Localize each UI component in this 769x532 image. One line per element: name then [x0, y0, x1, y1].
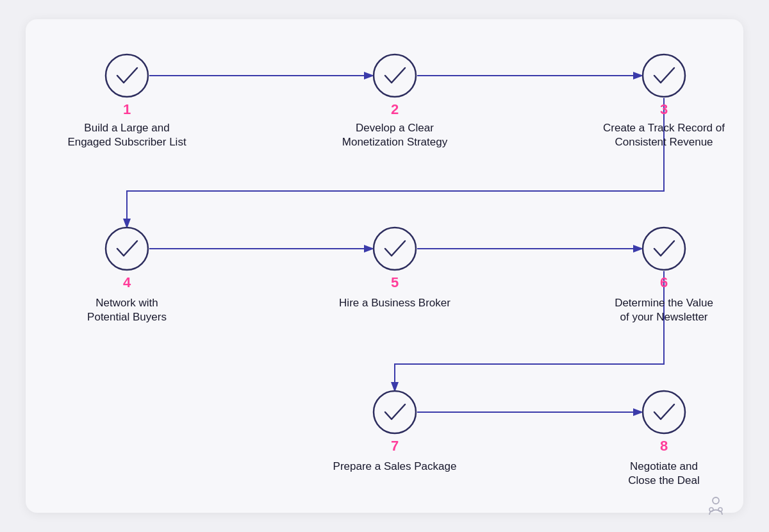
step-4-label-1: Network with [95, 297, 158, 309]
step-3-number: 3 [660, 101, 668, 117]
step-8-number: 8 [660, 438, 668, 454]
step-5-number: 5 [391, 274, 399, 290]
step-1-number: 1 [123, 101, 131, 117]
connector-6-7 [395, 271, 664, 390]
step-2-label-1: Develop a Clear [356, 122, 434, 134]
step-5-label-1: Hire a Business Broker [339, 297, 451, 309]
step-2-number: 2 [391, 101, 399, 117]
svg-point-0 [713, 497, 719, 504]
step-2-label-2: Monetization Strategy [342, 136, 448, 148]
step-8-circle [643, 391, 685, 433]
step-2-circle [374, 54, 416, 97]
step-5-circle [374, 228, 416, 270]
watermark-icon [709, 497, 722, 515]
step-7-number: 7 [391, 438, 399, 454]
step-3-label-1: Create a Track Record of [603, 122, 725, 134]
connector-3-4 [127, 98, 664, 226]
step-6-label-2: of your Newsletter [620, 311, 708, 323]
step-8-label-2: Close the Deal [628, 474, 700, 486]
step-6-number: 6 [660, 274, 668, 290]
step-4-number: 4 [123, 274, 131, 290]
step-1-circle [106, 54, 148, 97]
step-1-label-1: Build a Large and [84, 122, 169, 134]
step-8-label-1: Negotiate and [630, 460, 698, 472]
step-3-circle [643, 54, 685, 97]
step-6-circle [643, 228, 685, 270]
step-7-circle [374, 391, 416, 433]
step-7-label-1: Prepare a Sales Package [333, 460, 457, 472]
step-4-label-2: Potential Buyers [87, 311, 167, 323]
step-4-circle [106, 228, 148, 270]
step-1-label-2: Engaged Subscriber List [67, 136, 186, 148]
step-3-label-2: Consistent Revenue [615, 136, 713, 148]
diagram-card: 1 Build a Large and Engaged Subscriber L… [26, 19, 743, 513]
step-6-label-1: Determine the Value [615, 297, 713, 309]
